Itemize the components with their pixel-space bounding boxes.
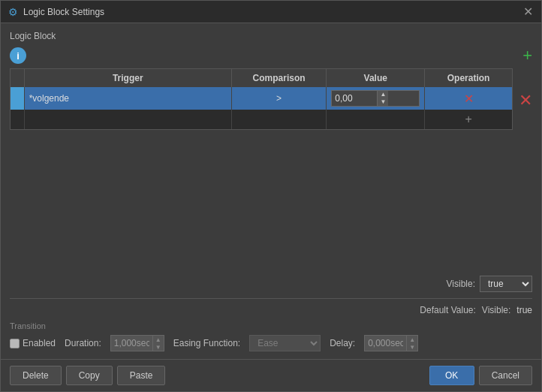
duration-input[interactable] bbox=[111, 336, 152, 350]
ok-button[interactable]: OK bbox=[429, 366, 474, 385]
table-area: Trigger Comparison Value Operation bbox=[10, 68, 532, 271]
col-operation: Operation bbox=[425, 69, 512, 87]
enabled-checkbox[interactable] bbox=[10, 339, 20, 348]
transition-controls: Enabled Duration: ▲ ▼ Easing Function: E… bbox=[10, 335, 532, 351]
delete-button[interactable]: Delete bbox=[10, 366, 62, 385]
value-input[interactable] bbox=[332, 92, 377, 104]
empty-trigger bbox=[24, 110, 231, 129]
add-row-icon[interactable]: + bbox=[465, 113, 471, 125]
left-buttons: Delete Copy Paste bbox=[10, 366, 165, 385]
delay-input[interactable] bbox=[365, 336, 406, 350]
default-value-row: Default Value: Visible: true bbox=[10, 305, 532, 315]
divider bbox=[10, 298, 532, 299]
visible-label: Visible: bbox=[447, 279, 475, 289]
row-delete-icon[interactable]: ✕ bbox=[464, 92, 474, 105]
row-handle bbox=[11, 87, 24, 110]
duration-down-button[interactable]: ▼ bbox=[153, 343, 164, 351]
duration-label: Duration: bbox=[65, 338, 101, 348]
delay-label: Delay: bbox=[330, 338, 355, 348]
transition-section: Transition Enabled Duration: ▲ ▼ Easing … bbox=[10, 321, 532, 351]
value-up-button[interactable]: ▲ bbox=[378, 91, 388, 98]
value-cell: ▲ ▼ bbox=[327, 87, 425, 110]
col-comparison: Comparison bbox=[231, 69, 326, 87]
delete-condition-button[interactable]: ✕ bbox=[519, 91, 532, 110]
main-content: Logic Block i + Trig bbox=[1, 23, 541, 359]
empty-value bbox=[327, 110, 425, 129]
logic-block-area: i + Trigger Comparison bbox=[10, 47, 532, 292]
add-button[interactable]: + bbox=[522, 47, 532, 64]
logic-block-settings-window: ⚙ Logic Block Settings ✕ Logic Block i + bbox=[0, 0, 542, 392]
paste-button[interactable]: Paste bbox=[117, 366, 166, 385]
copy-button[interactable]: Copy bbox=[66, 366, 113, 385]
value-spinners: ▲ ▼ bbox=[377, 91, 388, 106]
visible-select[interactable]: true false bbox=[480, 276, 532, 292]
duration-up-button[interactable]: ▲ bbox=[153, 336, 164, 343]
col-value: Value bbox=[327, 69, 425, 87]
table-row[interactable]: *volgende > ▲ ▼ bbox=[11, 87, 512, 110]
side-buttons: ✕ bbox=[513, 68, 532, 271]
empty-comparison bbox=[231, 110, 326, 129]
default-value-label: Default Value: bbox=[420, 305, 476, 315]
easing-label: Easing Function: bbox=[173, 338, 240, 348]
easing-select[interactable]: Ease Linear Ease In Ease Out bbox=[249, 335, 321, 351]
delay-down-button[interactable]: ▼ bbox=[407, 343, 417, 351]
delay-spinners: ▲ ▼ bbox=[406, 336, 417, 351]
delay-input-wrap: ▲ ▼ bbox=[364, 335, 418, 351]
empty-row: + bbox=[11, 110, 512, 129]
default-visible-value: true bbox=[516, 305, 532, 315]
conditions-table: Trigger Comparison Value Operation bbox=[10, 68, 513, 130]
window-title: Logic Block Settings bbox=[23, 7, 520, 17]
table-container: Trigger Comparison Value Operation bbox=[10, 68, 513, 271]
close-button[interactable]: ✕ bbox=[520, 5, 535, 20]
window-icon: ⚙ bbox=[7, 6, 19, 18]
empty-operation: + bbox=[425, 110, 512, 129]
transition-label: Transition bbox=[10, 321, 532, 330]
value-down-button[interactable]: ▼ bbox=[378, 98, 388, 106]
duration-input-wrap: ▲ ▼ bbox=[110, 335, 164, 351]
trigger-cell: *volgende bbox=[24, 87, 231, 110]
empty-handle bbox=[11, 110, 24, 129]
comparison-cell: > bbox=[231, 87, 326, 110]
enabled-checkbox-wrap: Enabled bbox=[10, 338, 56, 348]
top-row: i + bbox=[10, 47, 532, 64]
visible-row: Visible: true false bbox=[10, 276, 532, 292]
title-bar: ⚙ Logic Block Settings ✕ bbox=[1, 1, 541, 23]
duration-spinners: ▲ ▼ bbox=[152, 336, 164, 351]
table-header: Trigger Comparison Value Operation bbox=[11, 69, 512, 87]
delay-up-button[interactable]: ▲ bbox=[407, 336, 417, 343]
value-input-wrap: ▲ ▼ bbox=[331, 90, 420, 107]
right-buttons: OK Cancel bbox=[429, 366, 532, 385]
section-label: Logic Block bbox=[10, 31, 532, 41]
operation-cell: ✕ bbox=[425, 87, 512, 110]
default-visible-label: Visible: bbox=[482, 305, 510, 315]
col-trigger: Trigger bbox=[24, 69, 231, 87]
bottom-bar: Delete Copy Paste OK Cancel bbox=[1, 359, 541, 391]
enabled-label: Enabled bbox=[23, 338, 56, 348]
cancel-button[interactable]: Cancel bbox=[479, 366, 532, 385]
info-icon: i bbox=[10, 47, 26, 64]
